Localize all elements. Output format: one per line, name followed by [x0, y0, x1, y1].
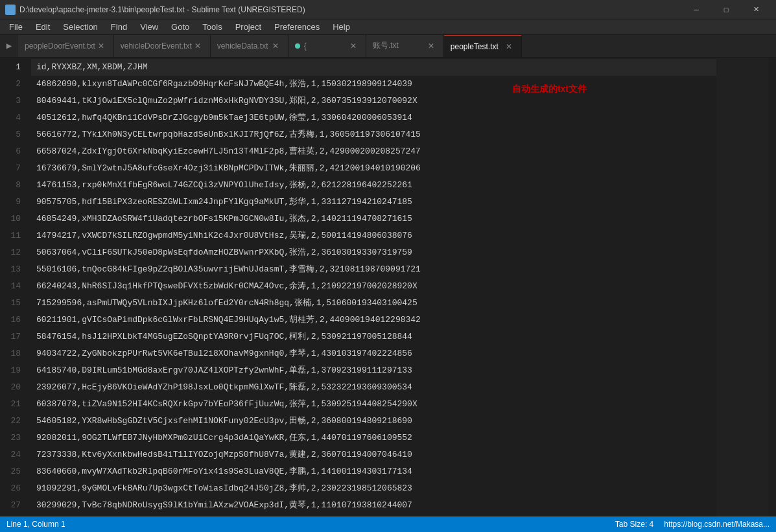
- tab-close-icon[interactable]: ✕: [503, 41, 515, 52]
- line-number: 14: [0, 278, 26, 295]
- menu-tools[interactable]: Tools: [196, 19, 228, 35]
- tab-peopleDoorEvent[interactable]: peopleDoorEvent.txt ✕: [18, 35, 114, 57]
- line-number: 6: [0, 143, 26, 160]
- line-number: 24: [0, 446, 26, 463]
- code-line: 66587024,ZdxIYgjOt6XrkNbqKyiEzcewH7LJ5n1…: [31, 143, 716, 160]
- code-line: 83640660,mvyW7XAdTkb2RlpqB60rMFoYix41s9S…: [31, 463, 716, 480]
- line-number: 7: [0, 160, 26, 177]
- tab-close-icon[interactable]: ✕: [425, 40, 437, 52]
- code-line: 64185740,D9IRLum51bMGd8axErgv70JAZ4lXOPT…: [31, 362, 716, 379]
- line-number: 9: [0, 194, 26, 211]
- menu-project[interactable]: Project: [229, 19, 268, 35]
- window-controls: ─ □ ✕: [681, 0, 771, 19]
- line-number: 18: [0, 345, 26, 362]
- line-number: 23: [0, 430, 26, 446]
- scrollbar[interactable]: [768, 58, 776, 516]
- app-icon: [5, 5, 16, 15]
- tab-close-icon[interactable]: ✕: [347, 40, 359, 52]
- line-number: 5: [0, 126, 26, 143]
- code-line: 715299596,asPmUTWQy5VLnbIXJjpKHz6lofEd2Y…: [31, 295, 716, 312]
- code-line: 55016106,tnQocG84kFIge9pZ2qBOlA35uwvrijE…: [31, 261, 716, 278]
- line-number: 25: [0, 463, 26, 480]
- line-number: 20: [0, 379, 26, 396]
- menu-goto[interactable]: Goto: [165, 19, 196, 35]
- line-number: 21: [0, 396, 26, 413]
- code-line: 92082011,9OG2TLWfEB7JNyHbMXPm0zUiCcrg4p3…: [31, 430, 716, 446]
- title-bar: D:\develop\apache-jmeter-3.1\bin\peopleT…: [0, 0, 776, 19]
- menu-selection[interactable]: Selection: [56, 19, 104, 35]
- menu-help[interactable]: Help: [326, 19, 357, 35]
- cursor-position: Line 1, Column 1: [6, 520, 65, 529]
- tab-close-icon[interactable]: ✕: [270, 40, 281, 52]
- code-line: 14794217,vXWCD7kSILRZOgwpmdM5y1NhiK2c4Jx…: [31, 227, 716, 244]
- tab-brace[interactable]: { ✕: [288, 35, 366, 57]
- tab-label: peopleTest.txt: [451, 42, 503, 51]
- minimize-button[interactable]: ─: [681, 0, 711, 19]
- menu-view[interactable]: View: [134, 19, 165, 35]
- menu-bar: File Edit Selection Find View Goto Tools…: [0, 19, 776, 35]
- line-number: 13: [0, 261, 26, 278]
- code-line: 30299029,TvBc78qbNDRoUsygS9lK1bYmilAXzw2…: [31, 497, 716, 514]
- menu-find[interactable]: Find: [104, 19, 134, 35]
- tab-vehicleDoorEvent[interactable]: vehicleDoorEvent.txt ✕: [114, 35, 211, 57]
- tab-size: Tab Size: 4: [615, 520, 653, 529]
- code-line: 14761153,rxp0kMnX1fbEgR6woL74GZCQi3zVNPY…: [31, 177, 716, 194]
- code-line: 66240243,NhR6SIJ3q1HkfPTQsweDFVXt5zbWdKr…: [31, 278, 716, 295]
- code-line: 40512612,hwfq4QKBni1CdVPsDrZJGcgyb9m5kTa…: [31, 110, 716, 126]
- code-line: 91092291,9yGMOLvFkBARu7Up3wgxCtToWiasIdb…: [31, 480, 716, 497]
- line-number: 12: [0, 244, 26, 261]
- menu-preferences[interactable]: Preferences: [268, 19, 326, 35]
- line-number: 10: [0, 211, 26, 227]
- code-line: 50637064,vCliF6SUTkJ50eD8pWsEqfdoAmzHOZB…: [31, 244, 716, 261]
- code-line: id,RYXXBZ,XM,XBDM,ZJHM: [31, 59, 716, 76]
- line-number: 8: [0, 177, 26, 194]
- tab-peopleTest[interactable]: peopleTest.txt ✕: [444, 35, 522, 57]
- tab-label: vehicleDoorEvent.txt: [121, 41, 192, 51]
- tab-close-icon[interactable]: ✕: [192, 40, 204, 52]
- minimap: [716, 58, 768, 516]
- tab-label: {: [304, 41, 347, 51]
- code-content[interactable]: 自动生成的txt文件 id,RYXXBZ,XM,XBDM,ZJHM4686209…: [31, 58, 716, 516]
- line-number: 4: [0, 110, 26, 126]
- code-line: 60211901,gVICsOaPimdDpk6cGlWxrFbLRSNQ4EJ…: [31, 312, 716, 329]
- code-line: 72373338,Ktv6yXxnkbwHedsB4iT1lIYOZojqMzp…: [31, 446, 716, 463]
- code-line: 60387078,tiZVa9N152HI4KCsRQXrkGpv7bYEoP3…: [31, 396, 716, 413]
- tab-label: 账号.txt: [373, 40, 425, 51]
- code-line: 46862090,klxyn8TdAWPc0CGf6RgazbO9HqrKeFs…: [31, 76, 716, 93]
- line-number: 3: [0, 93, 26, 110]
- maximize-button[interactable]: □: [711, 0, 741, 19]
- line-number: 19: [0, 362, 26, 379]
- line-numbers: 1234567891011121314151617181920212223242…: [0, 58, 31, 516]
- line-number: 16: [0, 312, 26, 329]
- code-line: 90575705,hdf15BiPX3zeoRESZGWLIxm24JnpFYl…: [31, 194, 716, 211]
- line-number: 2: [0, 76, 26, 93]
- status-right: Tab Size: 4 https://blog.csdn.net/Makasa…: [615, 520, 770, 529]
- tab-account[interactable]: 账号.txt ✕: [366, 35, 444, 57]
- tab-bar: ▶ peopleDoorEvent.txt ✕ vehicleDoorEvent…: [0, 35, 776, 58]
- tab-nav-button[interactable]: ▶: [0, 35, 18, 57]
- line-number: 22: [0, 413, 26, 430]
- url-hint: https://blog.csdn.net/Makasa...: [664, 520, 770, 529]
- editor-area: 1234567891011121314151617181920212223242…: [0, 58, 776, 516]
- tab-vehicleData[interactable]: vehicleData.txt ✕: [211, 35, 288, 57]
- line-number: 11: [0, 227, 26, 244]
- window-title: D:\develop\apache-jmeter-3.1\bin\peopleT…: [19, 5, 681, 14]
- line-number: 15: [0, 295, 26, 312]
- line-number: 27: [0, 497, 26, 514]
- tab-label: vehicleData.txt: [217, 41, 270, 51]
- menu-file[interactable]: File: [3, 19, 29, 35]
- menu-edit[interactable]: Edit: [29, 19, 56, 35]
- line-number: 1: [0, 59, 26, 76]
- tab-label: peopleDoorEvent.txt: [25, 41, 95, 51]
- code-line: 80469441,tKJjOw1EX5clQmuZo2pWfridznM6xHk…: [31, 93, 716, 110]
- close-button[interactable]: ✕: [741, 0, 771, 19]
- tab-close-icon[interactable]: ✕: [95, 40, 107, 52]
- status-bar: Line 1, Column 1 Tab Size: 4 https://blo…: [0, 516, 776, 532]
- code-line: 46854249,xMH3DZAoSRW4fiUadqtezrbOFs15KPm…: [31, 211, 716, 227]
- code-line: 16736679,SmlY2wtnJ5A8ufcGseXr4Ozj31iKBNp…: [31, 160, 716, 177]
- code-line: 23926077,HcEjyB6VKOieWAdYZhP198JsxLo0Qtk…: [31, 379, 716, 396]
- code-line: 94034722,ZyGNbokzpPUrRwt5VK6eTBul2i8XOha…: [31, 345, 716, 362]
- status-left: Line 1, Column 1: [6, 520, 65, 529]
- line-number: 17: [0, 329, 26, 345]
- code-line: 54605182,YXR8wHbSgGDZtV5CjxsfehMI1NOKFun…: [31, 413, 716, 430]
